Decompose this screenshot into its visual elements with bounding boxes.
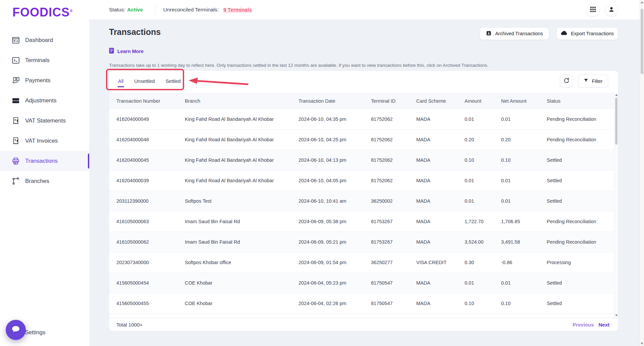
- user-menu-button[interactable]: [605, 3, 618, 17]
- cell-transaction-number: 416105000063: [116, 219, 185, 224]
- cell-transaction-date: 2024-06-10, 10:41 am: [299, 198, 371, 204]
- page-scroll-down-icon[interactable]: [641, 343, 643, 345]
- table-row[interactable]: 416204000039 King Fahd Road Al Bandariya…: [109, 170, 614, 191]
- topbar: Status: Active Unreconciled Terminals: 9…: [89, 0, 644, 20]
- cell-transaction-date: 2024-06-09, 01:54 pm: [299, 260, 371, 265]
- page-scroll-up-icon[interactable]: [641, 1, 643, 3]
- cell-transaction-date: 2024-06-04, 05:23 pm: [299, 280, 371, 286]
- cell-transaction-number: 416204000045: [116, 157, 185, 163]
- cell-amount: 0.01: [465, 280, 501, 286]
- total-count: Total 1000+: [116, 322, 143, 328]
- scroll-down-icon[interactable]: [615, 314, 618, 316]
- cell-card-scheme: MADA: [416, 239, 465, 245]
- cell-net-amount: 3,491.58: [501, 239, 547, 245]
- cell-branch: COE Khobar: [185, 301, 299, 306]
- cell-terminal-id: 81752062: [371, 178, 416, 183]
- table-body: 416204000049 King Fahd Road Al Bandariya…: [109, 109, 614, 314]
- receipt-icon: $: [11, 116, 20, 126]
- cell-card-scheme: MADA: [416, 301, 465, 306]
- sidebar-item-terminals[interactable]: Terminals: [0, 50, 89, 70]
- sidebar-item-vat-invoices[interactable]: $ VAT Invoices: [0, 131, 89, 151]
- tab-settled[interactable]: Settled: [165, 77, 181, 87]
- cell-amount: 0.01: [465, 116, 501, 122]
- previous-page-link[interactable]: Previous: [573, 322, 594, 328]
- sidebar-item-label: Terminals: [25, 57, 50, 64]
- archived-transactions-button[interactable]: Archived Transactions: [480, 27, 549, 40]
- sidebar-item-branches[interactable]: Branches: [0, 171, 89, 191]
- sidebar-item-adjustments[interactable]: Adjustments: [0, 91, 89, 111]
- cell-transaction-date: 2024-06-10, 04:25 pm: [299, 137, 371, 142]
- page-scrollbar-thumb[interactable]: [641, 9, 643, 74]
- cell-card-scheme: MADA: [416, 280, 465, 286]
- table-row[interactable]: 416204000049 King Fahd Road Al Bandariya…: [109, 109, 614, 130]
- sidebar-item-dashboard[interactable]: Dashboard: [0, 30, 89, 50]
- table-row[interactable]: 416204000045 King Fahd Road Al Bandariya…: [109, 150, 614, 170]
- sidebar-item-vat-statements[interactable]: $ VAT Statements: [0, 111, 89, 131]
- table-row[interactable]: 416105000063 Imam Saud Bin Faisal Rd 202…: [109, 211, 614, 232]
- status-value: Active: [127, 7, 143, 13]
- table-row[interactable]: 416105000062 Imam Saud Bin Faisal Rd 202…: [109, 232, 614, 252]
- tab-all[interactable]: All: [117, 77, 124, 87]
- table-row[interactable]: 203112390000 Softpos Test 2024-06-10, 10…: [109, 191, 614, 211]
- col-status: Status: [547, 98, 614, 104]
- scroll-up-icon[interactable]: [615, 94, 618, 96]
- cell-net-amount: 0.01: [501, 116, 547, 122]
- table-row[interactable]: 415605000454 COE Khobar 2024-06-04, 05:2…: [109, 273, 614, 293]
- cell-card-scheme: MADA: [416, 116, 465, 122]
- cell-card-scheme: MADA: [416, 178, 465, 183]
- cell-terminal-id: 81753267: [371, 239, 416, 245]
- cell-branch: COE Khobar: [185, 280, 299, 286]
- cloud-icon: [561, 31, 568, 37]
- table-scrollbar[interactable]: [614, 93, 618, 318]
- learn-more-link[interactable]: Learn More: [109, 48, 144, 55]
- cell-branch: Imam Saud Bin Faisal Rd: [185, 239, 299, 245]
- document-icon: [109, 48, 114, 55]
- cell-amount: 1,722.70: [465, 219, 501, 224]
- table-row[interactable]: 202307340000 Softpos Khobar office 2024-…: [109, 252, 614, 273]
- sidebar-item-label: Dashboard: [25, 37, 53, 44]
- chat-launcher-button[interactable]: [6, 320, 26, 340]
- cell-transaction-date: 2024-06-09, 05:21 pm: [299, 239, 371, 245]
- cell-transaction-date: 2024-06-10, 04:05 pm: [299, 178, 371, 183]
- branches-icon: [11, 177, 20, 186]
- next-page-link[interactable]: Next: [598, 322, 609, 328]
- cell-transaction-number: 415605000454: [116, 280, 185, 286]
- cell-status: Settled: [547, 280, 614, 286]
- main-content: Transactions Archived Transactions Expor…: [89, 20, 644, 346]
- cell-transaction-date: 2024-06-10, 04:35 pm: [299, 116, 371, 122]
- cell-branch: Softpos Khobar office: [185, 260, 299, 265]
- cell-status: Pending Reconciliation: [547, 137, 614, 142]
- foodics-logo[interactable]: FOODICS®: [12, 5, 73, 19]
- filter-button[interactable]: Filter: [578, 75, 608, 88]
- cell-terminal-id: 81750547: [371, 280, 416, 286]
- refresh-button[interactable]: [560, 75, 573, 88]
- tab-unsettled[interactable]: Unsettled: [133, 77, 155, 87]
- sidebar-item-transactions[interactable]: Transactions: [0, 151, 89, 171]
- page-title: Transactions: [109, 27, 161, 37]
- table-row[interactable]: 416204000048 King Fahd Road Al Bandariya…: [109, 130, 614, 150]
- apps-menu-button[interactable]: [586, 3, 600, 17]
- sidebar-item-payments[interactable]: Payments: [0, 70, 89, 91]
- page-scrollbar[interactable]: [640, 0, 644, 346]
- cell-transaction-number: 416204000049: [116, 116, 185, 122]
- cell-terminal-id: 36250002: [371, 198, 416, 204]
- cell-status: Pending Reconciliation: [547, 219, 614, 224]
- cell-net-amount: 0.01: [501, 178, 547, 183]
- table-row[interactable]: 415605000455 COE Khobar 2024-06-04, 02:2…: [109, 293, 614, 314]
- learn-more-label: Learn More: [117, 49, 144, 54]
- export-transactions-button[interactable]: Export Transactions: [556, 27, 618, 40]
- cell-terminal-id: 81752062: [371, 137, 416, 142]
- col-transaction-date: Transaction Date: [299, 98, 371, 104]
- cell-transaction-number: 202307340000: [116, 260, 185, 265]
- cell-amount: 0.01: [465, 198, 501, 204]
- cell-card-scheme: MADA: [416, 219, 465, 224]
- unreconciled-terminals-link[interactable]: 9 Terminals: [223, 7, 252, 13]
- cell-amount: 0.01: [465, 178, 501, 183]
- cell-branch: Softpos Test: [185, 198, 299, 204]
- sidebar-item-label: VAT Statements: [25, 117, 66, 124]
- transactions-card: All Unsettled Settled Filter T: [109, 71, 618, 331]
- table-footer: Total 1000+ Previous Next: [109, 318, 618, 331]
- col-net-amount: Net Amount: [501, 98, 547, 104]
- cell-card-scheme: MADA: [416, 137, 465, 142]
- table-scrollbar-thumb[interactable]: [615, 98, 618, 145]
